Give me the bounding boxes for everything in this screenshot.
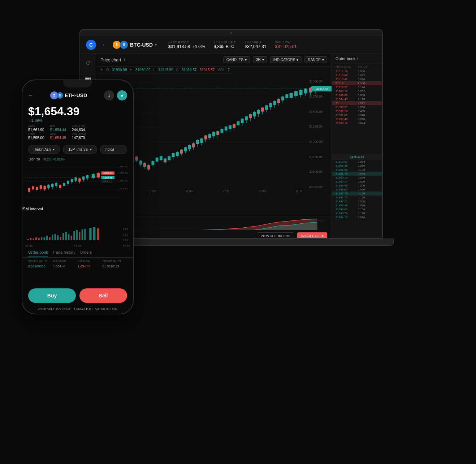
ob-ask-rows: 31911.180.00631910.880.04731910.400.0803… [332,69,382,154]
market-stats: LAST PRICE $31,913.58 +0.44% 24H VOLUME … [168,40,297,49]
svg-rect-213 [89,228,91,240]
svg-rect-66 [192,143,195,147]
svg-rect-92 [245,117,248,120]
interval-selector[interactable]: 15M Interval ▾ [63,145,97,154]
star-button[interactable]: ★ [117,90,127,100]
svg-rect-195 [38,238,39,240]
svg-rect-204 [62,233,64,240]
svg-text:5:00: 5:00 [150,189,156,193]
phone-low-stat: LOW $1,595.00 [28,133,44,140]
phone-price-change: ↑ 1.69% [28,118,127,123]
svg-rect-201 [55,234,56,240]
cancel-all-button[interactable]: CANCEL ALL ▾ [297,232,327,239]
phone-balance: AVAILABLE BALANCE 1.56673 BTC 50,000.00 … [22,306,133,314]
svg-rect-152 [40,185,42,189]
svg-rect-50 [160,156,162,160]
svg-rect-180 [97,173,100,177]
svg-rect-210 [79,232,80,240]
svg-rect-88 [237,121,239,125]
svg-rect-52 [164,159,166,162]
tab-order-book[interactable]: Order book [28,250,48,257]
svg-rect-215 [97,228,99,240]
svg-rect-194 [35,237,37,240]
top-bar: C ← ₿ $ BTC-USD ▾ LAST PRICE $31,913.58 [80,36,382,53]
high-stat: 24H HIGH $32,047.31 [245,40,267,49]
svg-rect-158 [51,184,53,187]
svg-rect-40 [139,161,142,164]
svg-text:7:00: 7:00 [223,189,229,193]
range-dropdown-icon: ▾ [322,58,324,62]
ob-ask-price: 1,654.45 [78,265,103,268]
ohlc-bar: ✛ O 31930.99 H 31930.99 L 31913.99 C 319… [96,66,234,74]
interval-button[interactable]: 3H ▾ [253,56,267,63]
pair-selector[interactable]: ₿ $ BTC-USD ▾ [113,41,157,49]
svg-rect-197 [43,237,45,240]
svg-text:200: 200 [318,219,323,221]
svg-text:31913.58: 31913.58 [316,87,328,91]
chart-title: Price chart [100,57,121,63]
ob-info-icon[interactable]: ℹ [357,57,358,60]
phone-stats-row2: LOW $1,595.00 ASK $1,654.45 VOL (ETH) 14… [28,133,127,140]
view-all-orders-button[interactable]: VIEW ALL ORDERS [257,232,294,239]
svg-rect-168 [71,179,73,182]
phone-frame: ← Ξ $ ETH-USD ℹ ★ $1,654.39 ↑ 1.69% [22,80,134,314]
svg-text:1654.38: 1654.38 [103,176,113,179]
ob-bid-row: 31899.460.200 [332,184,382,188]
svg-text:1656.04: 1656.04 [103,172,113,174]
indicators-selector[interactable]: Indica [100,145,127,154]
indicators-button[interactable]: INDICATORS ▾ [270,56,302,63]
high-label: 24H HIGH [245,40,267,44]
c2-value: 31913.57 [200,68,215,72]
phone-usd-icon: $ [57,92,63,99]
svg-text:0.00: 0.00 [123,239,128,242]
ob-amount-left: 0.54965533 [28,265,53,268]
chart-type-dropdown-icon: ▾ [53,147,55,151]
phone-ob-row: 0.54965533 1,654.44 1,654.45 0.10216121 [22,264,133,269]
ob-ask-row: 31910.400.080 [332,77,382,81]
ob-bid-row: 31903.480.060 [332,164,382,168]
laptop-camera [230,32,232,34]
tab-trade-history[interactable]: Trade history [52,250,75,257]
order-book-title: Order book ℹ [332,53,382,64]
svg-rect-203 [60,237,61,240]
svg-rect-70 [200,139,203,143]
svg-text:30500.00: 30500.00 [309,169,323,173]
sidebar-icon-clock[interactable]: ⏱ [83,58,93,68]
chart-type-selector[interactable]: Heikin Ashi ▾ [28,145,60,154]
tab-orders[interactable]: Orders [80,250,92,257]
range-button[interactable]: RANGE ▾ [304,56,327,63]
svg-rect-166 [67,181,69,184]
phone-buy-button[interactable]: Buy [28,288,76,303]
volume-stat: 24H VOLUME 9,865 BTC [214,40,236,49]
svg-rect-68 [196,140,199,144]
c-label: C [176,68,179,72]
svg-rect-207 [71,236,72,240]
svg-rect-94 [249,115,252,118]
svg-rect-96 [253,112,256,116]
svg-rect-76 [213,132,215,136]
phone-back-button[interactable]: ← [28,93,33,98]
info-button[interactable]: ℹ [104,90,114,100]
ob-ask-row: 31910.370.140 [332,85,382,89]
chart-info-icon[interactable]: ℹ [124,58,125,62]
svg-rect-54 [168,156,170,160]
svg-text:8.00: 8.00 [123,228,128,231]
phone-chart-area: 1654.38 +0.26 (+0.02%) 1660.00 1657.50 1… [22,156,133,227]
svg-rect-56 [172,153,174,157]
ob-ask-row: 31910.1.300 [332,81,382,85]
last-price-stat: LAST PRICE $31,913.58 +0.44% [168,40,205,49]
svg-rect-98 [257,110,260,113]
interval-dropdown-icon: ▾ [262,58,264,62]
phone-tabs: Order book Trade history Orders [22,248,133,258]
back-button[interactable]: ← [102,42,107,48]
svg-rect-148 [32,186,34,190]
low-value: $31,025.01 [275,44,297,49]
phone-ob-headers: Amount (ETH) Bid (USD) Ask (USD) Amount … [22,258,133,264]
svg-rect-214 [93,227,95,240]
ob-ask-row: 310.017 [332,101,382,105]
o-value: 31930.99 [112,68,127,72]
phone-sell-button[interactable]: Sell [79,288,127,303]
candles-button[interactable]: CANDLES ▾ [223,56,250,63]
low-stat: 24H LOW $31,025.01 [275,40,297,49]
vol-label: VOL [217,68,225,72]
